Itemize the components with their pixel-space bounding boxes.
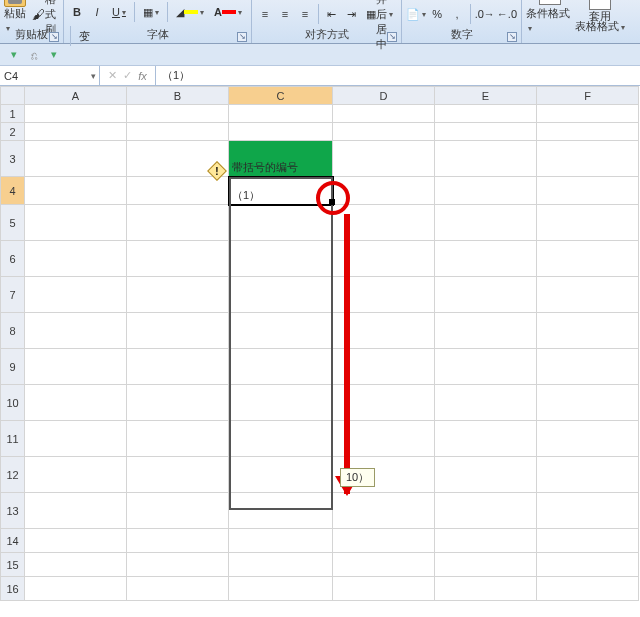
fill-color-swatch [184,10,198,14]
border-icon: ▦ [143,6,153,19]
accounting-format-button[interactable]: 📄 [406,3,426,25]
group-alignment: ≡ ≡ ≡ ⇤ ⇥ ▦合并后居中 对齐方式↘ [252,0,402,43]
border-button[interactable]: ▦ [139,1,163,23]
col-header-C[interactable]: C [229,87,333,105]
row-header-4[interactable]: 4 [1,177,25,205]
qat-btn-1[interactable]: ▾ [6,47,22,63]
group-font: B I U ▦ ◢ A 变 字体↘ [64,0,252,43]
select-all-corner[interactable] [1,87,25,105]
spreadsheet-grid[interactable]: A B C D E F 1 2 3带括号的编号 4（1） 5 6 7 8 9 1… [0,86,640,601]
underline-button[interactable]: U [108,1,130,23]
enter-icon[interactable]: ✓ [123,69,132,82]
font-color-swatch [222,10,236,14]
italic-button[interactable]: I [88,1,106,23]
annotation-circle [316,181,350,215]
clipboard-launcher-icon[interactable]: ↘ [49,32,59,42]
row-header-2[interactable]: 2 [1,123,25,141]
cell-C3[interactable]: 带括号的编号 [229,141,333,177]
group-number: 📄 % , .0→ ←.0 数字↘ [402,0,522,43]
paste-icon [4,0,26,7]
formula-bar-buttons: ✕ ✓ fx [100,66,156,85]
row-header-10[interactable]: 10 [1,385,25,421]
cond-format-icon [539,0,561,5]
fx-icon[interactable]: fx [138,70,147,82]
align-left-button[interactable]: ≡ [256,3,274,25]
group-styles: 条件格式 套用 表格格式 [522,0,632,43]
merge-center-button[interactable]: ▦合并后居中 [362,3,397,25]
number-launcher-icon[interactable]: ↘ [507,32,517,42]
formula-input[interactable]: （1） [156,66,640,85]
row-header-11[interactable]: 11 [1,421,25,457]
row-header-1[interactable]: 1 [1,105,25,123]
name-box[interactable]: C4 [0,66,100,85]
inc-decimal-button[interactable]: .0→ [475,3,495,25]
name-box-value: C4 [4,70,18,82]
align-right-button[interactable]: ≡ [296,3,314,25]
row-header-3[interactable]: 3 [1,141,25,177]
col-header-E[interactable]: E [435,87,537,105]
annotation-arrow-icon [344,214,350,494]
row-header-12[interactable]: 12 [1,457,25,493]
bucket-icon: ◢ [176,6,184,19]
cancel-icon[interactable]: ✕ [108,69,117,82]
col-header-D[interactable]: D [333,87,435,105]
font-color-button[interactable]: A [210,1,246,23]
dec-decimal-button[interactable]: ←.0 [497,3,517,25]
group-number-label: 数字↘ [406,27,517,43]
row-header-14[interactable]: 14 [1,529,25,553]
row-header-8[interactable]: 8 [1,313,25,349]
fill-color-button[interactable]: ◢ [172,1,208,23]
align-center-button[interactable]: ≡ [276,3,294,25]
row-header-15[interactable]: 15 [1,553,25,577]
merge-label: 合并后居中 [376,0,387,52]
col-header-A[interactable]: A [25,87,127,105]
cond-format-label: 条件格式 [526,6,574,33]
row-header-16[interactable]: 16 [1,577,25,601]
comma-button[interactable]: , [448,3,466,25]
row-header-7[interactable]: 7 [1,277,25,313]
table-style-icon [589,0,611,10]
row-header-13[interactable]: 13 [1,493,25,529]
row-header-6[interactable]: 6 [1,241,25,277]
row-header-9[interactable]: 9 [1,349,25,385]
format-painter-button[interactable]: 🖌格式刷 [28,3,60,25]
row-header-5[interactable]: 5 [1,205,25,241]
group-clipboard-label: 剪贴板↘ [4,27,59,43]
col-header-F[interactable]: F [537,87,639,105]
format-as-table-button[interactable]: 套用 表格格式 [576,0,624,33]
formula-bar: C4 ✕ ✓ fx （1） [0,66,640,86]
ribbon: 粘贴 🖌格式刷 剪贴板↘ B I U ▦ ◢ A 变 字体↘ ≡ ≡ ≡ [0,0,640,44]
autofill-tooltip: 10） [340,468,375,487]
col-header-B[interactable]: B [127,87,229,105]
group-alignment-label: 对齐方式↘ [256,27,397,43]
font-launcher-icon[interactable]: ↘ [237,32,247,42]
alignment-launcher-icon[interactable]: ↘ [387,32,397,42]
smart-tag-icon[interactable] [210,164,224,178]
percent-button[interactable]: % [428,3,446,25]
merge-icon: ▦ [366,8,376,21]
bold-button[interactable]: B [68,1,86,23]
formula-value: （1） [162,68,190,83]
group-clipboard: 粘贴 🖌格式刷 剪贴板↘ [0,0,64,43]
indent-inc-button[interactable]: ⇥ [342,3,360,25]
quick-access-toolbar: ▾ ⎌ ▾ [0,44,640,66]
qat-btn-2[interactable]: ⎌ [26,47,42,63]
qat-btn-3[interactable]: ▾ [46,47,62,63]
conditional-format-button[interactable]: 条件格式 [526,0,574,33]
indent-dec-button[interactable]: ⇤ [322,3,340,25]
group-font-label: 字体↘ [68,27,247,43]
